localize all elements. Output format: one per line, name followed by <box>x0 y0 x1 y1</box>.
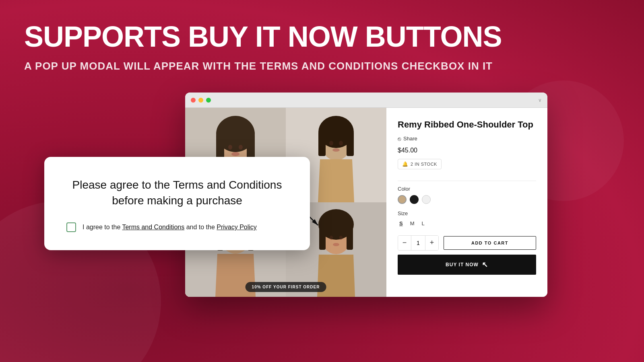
svg-rect-5 <box>218 131 254 140</box>
size-l[interactable]: L <box>420 220 426 227</box>
headline: SUPPORTS BUY IT NOW BUTTONS <box>24 22 620 51</box>
divider-1 <box>398 181 536 181</box>
terms-checkbox[interactable] <box>66 222 76 232</box>
color-swatch-white[interactable] <box>422 195 431 204</box>
svg-point-17 <box>332 148 340 152</box>
quantity-increase[interactable]: + <box>425 236 438 250</box>
stock-badge: 🔔 2 IN STOCK <box>398 159 442 169</box>
color-swatch-tan[interactable] <box>398 195 407 204</box>
terms-modal: Please agree to the Terms and Conditions… <box>44 157 310 250</box>
dot-red <box>191 98 196 103</box>
svg-rect-32 <box>347 226 353 250</box>
color-swatch-black[interactable] <box>410 195 419 204</box>
color-label: Color <box>398 186 536 192</box>
svg-point-33 <box>330 236 333 240</box>
checkbox-prefix: I agree to the <box>83 224 122 230</box>
modal-checkbox-label: I agree to the Terms and Conditions and … <box>83 224 257 231</box>
svg-point-8 <box>231 152 239 156</box>
svg-point-7 <box>239 145 243 150</box>
privacy-link[interactable]: Privacy Policy <box>217 224 257 230</box>
stock-text: 2 IN STOCK <box>411 162 437 167</box>
svg-rect-31 <box>319 226 326 250</box>
promo-bar: 10% OFF YOUR FIRST ORDER <box>246 282 326 292</box>
svg-point-15 <box>329 141 333 146</box>
product-price: $45.00 <box>398 147 536 154</box>
product-details-panel: Remy Ribbed One-Shoulder Top ⎋ Share $45… <box>386 108 547 297</box>
size-s[interactable]: S <box>398 220 405 227</box>
color-swatches <box>398 195 536 204</box>
bell-icon: 🔔 <box>402 161 408 167</box>
svg-point-35 <box>333 243 339 246</box>
quantity-row: − 1 + ADD TO CART <box>398 235 536 251</box>
promo-text: 10% OFF YOUR FIRST ORDER <box>252 285 320 289</box>
share-label[interactable]: Share <box>403 136 417 142</box>
modal-message: Please agree to the Terms and Conditions… <box>66 177 288 208</box>
checkbox-middle: and to the <box>184 224 217 230</box>
svg-point-34 <box>339 236 343 240</box>
svg-rect-19 <box>320 159 327 175</box>
quantity-value: 1 <box>411 236 425 250</box>
buy-now-label: BUY IT NOW <box>446 262 479 267</box>
buy-now-button[interactable]: BUY IT NOW ↖ <box>398 255 536 275</box>
subheadline: A POP UP MODAL WILL APPEAR WITH THE TERM… <box>24 60 620 72</box>
size-m[interactable]: M <box>409 220 416 227</box>
svg-rect-13 <box>318 132 326 156</box>
dot-yellow <box>198 98 203 103</box>
browser-bar: ∨ <box>185 93 547 108</box>
modal-checkbox-row: I agree to the Terms and Conditions and … <box>66 222 288 232</box>
svg-point-16 <box>339 141 343 146</box>
svg-rect-14 <box>347 132 354 156</box>
cursor-icon: ↖ <box>482 260 488 269</box>
size-label: Size <box>398 210 536 216</box>
main-content: SUPPORTS BUY IT NOW BUTTONS A POP UP MOD… <box>0 0 644 72</box>
product-title: Remy Ribbed One-Shoulder Top <box>398 119 536 131</box>
quantity-control: − 1 + <box>398 235 439 251</box>
size-options: S M L <box>398 220 536 227</box>
quantity-decrease[interactable]: − <box>398 236 411 250</box>
terms-link[interactable]: Terms and Conditions <box>122 224 184 230</box>
add-to-cart-button[interactable]: ADD TO CART <box>444 236 536 250</box>
share-icon: ⎋ <box>398 136 401 142</box>
dot-green <box>206 98 211 103</box>
svg-point-6 <box>228 145 232 150</box>
share-row: ⎋ Share <box>398 136 536 142</box>
browser-chevron: ∨ <box>538 97 542 103</box>
